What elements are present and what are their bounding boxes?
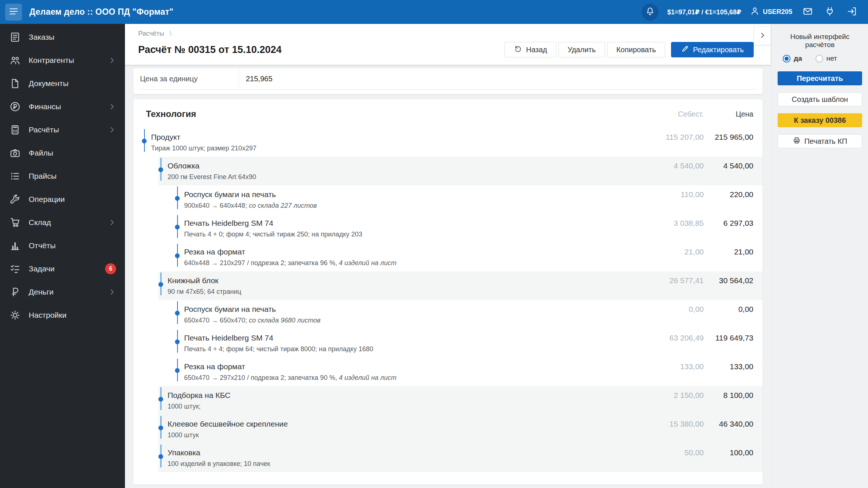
technology-tree: ПродуктТираж 1000 штук; размер 210x29711… [133,128,763,472]
sidebar-item-files[interactable]: Файлы [0,141,125,164]
to-order-button[interactable]: К заказу 00386 [778,113,862,127]
tech-row-price: 215 965,00 [704,132,753,142]
tech-row-subtitle: 1000 штук [168,431,634,439]
tech-row-title: Продукт [151,132,634,142]
copy-button[interactable]: Копировать [607,42,665,57]
sidebar-item-prices[interactable]: Прайсы [0,164,125,188]
tech-row-cost: 3 038,85 [634,218,704,228]
tree-node-dot-icon [175,333,184,353]
chevron-right-icon [108,103,116,111]
content-scroll-area[interactable]: Цена за единицу 215,965 Технология Себес… [125,65,771,488]
logout-button[interactable] [845,6,858,19]
connection-button[interactable] [823,6,836,19]
breadcrumb-item[interactable]: Расчёты [138,30,164,37]
menu-toggle-button[interactable] [5,4,22,21]
sidebar-item-label: Настройки [29,311,67,320]
tech-row[interactable]: Упаковка100 изделий в упаковке; 10 пачек… [158,444,763,472]
sidebar-item-operations[interactable]: Операции [0,188,125,211]
chevron-right-icon [108,56,116,64]
print-kp-button[interactable]: Печатать КП [778,134,862,148]
tech-row-subtitle: Тираж 1000 штук; размер 210x297 [151,144,634,152]
back-button[interactable]: Назад [505,42,556,57]
edit-button[interactable]: Редактировать [671,42,754,57]
delete-button[interactable]: Удалить [559,42,605,57]
money-icon [10,286,21,298]
tech-row-title: Клеевое бесшвейное скрепление [168,419,634,429]
notifications-button[interactable] [642,4,659,21]
tech-row-cost: 115 207,00 [634,132,704,142]
tech-row-subtitle: 640x448 → 210x297 / подрезка 2; запечатк… [184,259,634,267]
tech-row-title: Резка на формат [184,247,634,257]
sidebar-item-money[interactable]: Деньги [0,280,125,303]
sidebar-item-partners[interactable]: Контрагенты [0,49,125,72]
tech-row[interactable]: Роспуск бумаги на печать650x470 → 650x47… [175,300,763,329]
sidebar-item-finance[interactable]: Финансы [0,95,125,118]
tech-row-subtitle: 90 гм 47x65; 64 страниц [168,288,634,296]
collapse-panel-button[interactable] [754,26,771,45]
warehouse-icon [10,217,21,228]
sidebar-item-reports[interactable]: Отчёты [0,234,125,257]
tech-row-price: 8 100,00 [704,391,753,400]
radio-unselected-icon [815,55,823,63]
sidebar-item-label: Расчёты [29,125,59,134]
tree-node-dot-icon [158,276,168,296]
breadcrumb[interactable]: Расчёты \ [138,30,771,38]
tech-row[interactable]: Роспуск бумаги на печать900x640 → 640x44… [175,185,763,214]
sidebar-item-calculations[interactable]: Расчёты [0,118,125,141]
tech-row[interactable]: Печать Heidelberg SM 74Печать 4 + 0; фор… [175,214,763,243]
tech-row[interactable]: ПродуктТираж 1000 штук; размер 210x29711… [142,128,763,157]
sidebar-item-label: Финансы [29,102,61,111]
tech-row[interactable]: Обложка200 гм Everest Fine Art 64x904 54… [158,157,763,185]
tech-row-cost: 2 150,00 [634,391,704,400]
tree-node-dot-icon [175,190,184,210]
radio-no[interactable]: нет [815,54,837,63]
tech-row-subtitle: 650x470 → 297x210 / подрезка 2; запечатк… [184,374,634,382]
radio-yes[interactable]: да [783,54,802,63]
mail-button[interactable] [801,6,814,19]
radio-selected-icon [783,55,790,63]
new-interface-label: Новый интерфейс расчётов [778,33,862,49]
main-content: Расчёты \ Расчёт № 00315 от 15.10.2024 Н… [125,24,771,488]
create-template-button[interactable]: Создать шаблон [778,92,862,106]
sidebar-item-settings[interactable]: Настройки [0,303,125,327]
tech-row[interactable]: Резка на формат640x448 → 210x297 / подре… [175,243,763,271]
tech-row-price: 30 564,02 [704,276,753,285]
tech-row-price: 6 297,03 [704,218,753,228]
logout-icon [847,6,857,18]
tech-row[interactable]: Книжный блок90 гм 47x65; 64 страниц26 57… [158,271,763,300]
tech-row[interactable]: Резка на формат650x470 → 297x210 / подре… [175,357,763,386]
orders-icon [10,32,21,43]
edit-pencil-icon [681,44,689,55]
user-menu[interactable]: USER205 [750,6,792,18]
sidebar-item-label: Контрагенты [29,56,74,65]
page-title: Расчёт № 00315 от 15.10.2024 [138,44,281,56]
summary-card: Цена за единицу 215,965 [133,68,763,94]
topbar-right: $1=97,01₽ / €1=105,68₽ USER205 [642,4,858,21]
tech-row[interactable]: Подборка на КБС1000 штук;2 150,008 100,0… [158,386,763,415]
tech-row[interactable]: Клеевое бесшвейное скрепление1000 штук15… [158,415,763,444]
recalculate-button[interactable]: Пересчитать [778,71,862,85]
tree-node-dot-icon [175,362,184,382]
sidebar-item-label: Прайсы [29,172,57,181]
tech-row[interactable]: Печать Heidelberg SM 74Печать 4 + 4; фор… [175,329,763,357]
tree-node-dot-icon [158,448,168,468]
sidebar-item-documents[interactable]: Документы [0,72,125,95]
tree-node-dot-icon [175,247,184,267]
right-panel: Новый интерфейс расчётов да нет Пересчит… [771,24,868,488]
sidebar-item-label: Склад [29,218,51,227]
sidebar-item-label: Задачи [29,264,55,273]
undo-icon [514,44,522,55]
sidebar-item-tasks[interactable]: Задачи6 [0,257,125,280]
summary-row: Цена за единицу 215,965 [139,68,757,90]
sidebar-item-warehouse[interactable]: Склад [0,211,125,234]
sidebar-item-label: Операции [29,195,65,204]
tech-row-subtitle: 900x640 → 640x448; со склада 227 листов [184,202,634,210]
calculations-icon [10,124,21,135]
tech-row-cost: 26 577,41 [634,276,704,285]
tree-node-dot-icon [142,132,151,152]
sidebar-item-orders[interactable]: Заказы [0,25,125,49]
page-header: Расчёты \ Расчёт № 00315 от 15.10.2024 Н… [125,24,771,65]
header-actions: Назад Удалить Копировать Редактировать [505,42,754,57]
technology-card: Технология Себест. Цена ПродуктТираж 100… [133,99,763,485]
tech-row-price: 46 340,00 [704,419,753,429]
